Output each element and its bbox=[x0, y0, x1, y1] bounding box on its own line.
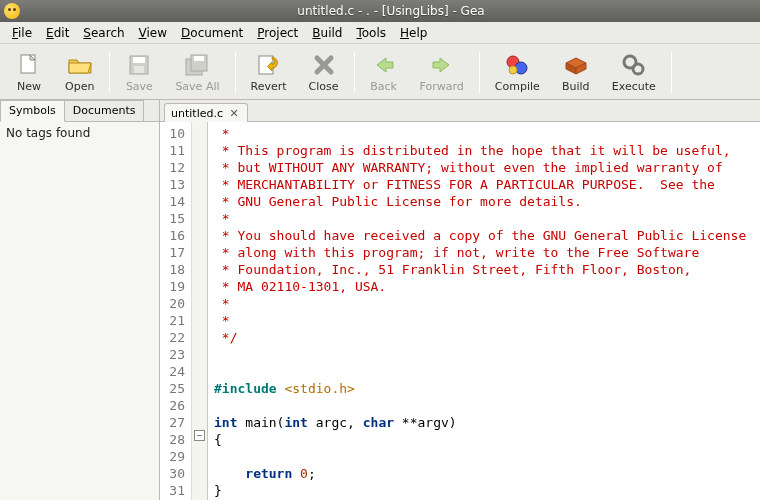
revert-icon bbox=[255, 52, 283, 78]
compile-icon bbox=[503, 52, 531, 78]
sidebar: Symbols Documents No tags found bbox=[0, 100, 160, 500]
revert-button[interactable]: Revert bbox=[240, 46, 298, 99]
sidebar-tab-documents[interactable]: Documents bbox=[64, 100, 145, 121]
sidebar-tabs: Symbols Documents bbox=[0, 100, 159, 122]
back-label: Back bbox=[370, 80, 397, 93]
tab-close-icon[interactable]: ✕ bbox=[227, 106, 241, 120]
compile-label: Compile bbox=[495, 80, 540, 93]
menubar: File Edit Search View Document Project B… bbox=[0, 22, 760, 44]
menu-tools[interactable]: Tools bbox=[350, 24, 392, 42]
svg-rect-4 bbox=[134, 66, 144, 73]
forward-button[interactable]: Forward bbox=[409, 46, 475, 99]
menu-help[interactable]: Help bbox=[394, 24, 433, 42]
save-all-icon bbox=[183, 52, 211, 78]
toolbar: New Open Save Save All Revert Close Back… bbox=[0, 44, 760, 100]
titlebar: untitled.c - . - [UsingLibs] - Gea bbox=[0, 0, 760, 22]
sidebar-message: No tags found bbox=[6, 126, 90, 140]
svg-point-11 bbox=[509, 66, 517, 74]
menu-edit[interactable]: Edit bbox=[40, 24, 75, 42]
open-folder-icon bbox=[66, 52, 94, 78]
execute-button[interactable]: Execute bbox=[601, 46, 667, 99]
fold-toggle-icon[interactable]: − bbox=[194, 430, 205, 441]
close-icon bbox=[310, 52, 338, 78]
execute-label: Execute bbox=[612, 80, 656, 93]
workarea: Symbols Documents No tags found untitled… bbox=[0, 100, 760, 500]
new-button[interactable]: New bbox=[4, 46, 54, 99]
toolbar-separator bbox=[671, 52, 672, 93]
save-all-label: Save All bbox=[175, 80, 219, 93]
menu-search[interactable]: Search bbox=[77, 24, 130, 42]
editor-tab-untitled[interactable]: untitled.c ✕ bbox=[164, 103, 248, 122]
editor: untitled.c ✕ 10 11 12 13 14 15 16 17 18 … bbox=[160, 100, 760, 500]
compile-button[interactable]: Compile bbox=[484, 46, 551, 99]
back-arrow-icon bbox=[370, 52, 398, 78]
build-label: Build bbox=[562, 80, 590, 93]
revert-label: Revert bbox=[251, 80, 287, 93]
save-all-button[interactable]: Save All bbox=[164, 46, 230, 99]
toolbar-separator bbox=[235, 52, 236, 93]
svg-rect-3 bbox=[133, 57, 145, 63]
window-icon bbox=[4, 3, 20, 19]
forward-label: Forward bbox=[420, 80, 464, 93]
forward-arrow-icon bbox=[428, 52, 456, 78]
sidebar-tab-symbols[interactable]: Symbols bbox=[0, 100, 65, 122]
code-area[interactable]: 10 11 12 13 14 15 16 17 18 19 20 21 22 2… bbox=[160, 122, 760, 500]
save-button[interactable]: Save bbox=[114, 46, 164, 99]
menu-project[interactable]: Project bbox=[251, 24, 304, 42]
new-file-icon bbox=[15, 52, 43, 78]
open-label: Open bbox=[65, 80, 94, 93]
window-title: untitled.c - . - [UsingLibs] - Gea bbox=[26, 4, 756, 18]
svg-point-13 bbox=[633, 64, 643, 74]
menu-view[interactable]: View bbox=[133, 24, 173, 42]
build-button[interactable]: Build bbox=[551, 46, 601, 99]
sidebar-body: No tags found bbox=[0, 122, 159, 500]
save-label: Save bbox=[126, 80, 153, 93]
toolbar-separator bbox=[109, 52, 110, 93]
code-content[interactable]: * * This program is distributed in the h… bbox=[208, 122, 760, 500]
new-label: New bbox=[17, 80, 41, 93]
open-button[interactable]: Open bbox=[54, 46, 105, 99]
svg-rect-7 bbox=[194, 56, 204, 61]
menu-document[interactable]: Document bbox=[175, 24, 249, 42]
menu-file[interactable]: File bbox=[6, 24, 38, 42]
menu-build[interactable]: Build bbox=[306, 24, 348, 42]
editor-tab-label: untitled.c bbox=[171, 107, 223, 120]
close-label: Close bbox=[309, 80, 339, 93]
editor-tabs: untitled.c ✕ bbox=[160, 100, 760, 122]
back-button[interactable]: Back bbox=[359, 46, 409, 99]
toolbar-separator bbox=[354, 52, 355, 93]
close-button[interactable]: Close bbox=[298, 46, 350, 99]
save-icon bbox=[125, 52, 153, 78]
fold-margin: − bbox=[192, 122, 208, 500]
line-number-gutter: 10 11 12 13 14 15 16 17 18 19 20 21 22 2… bbox=[160, 122, 192, 500]
toolbar-separator bbox=[479, 52, 480, 93]
build-brick-icon bbox=[562, 52, 590, 78]
execute-gears-icon bbox=[620, 52, 648, 78]
